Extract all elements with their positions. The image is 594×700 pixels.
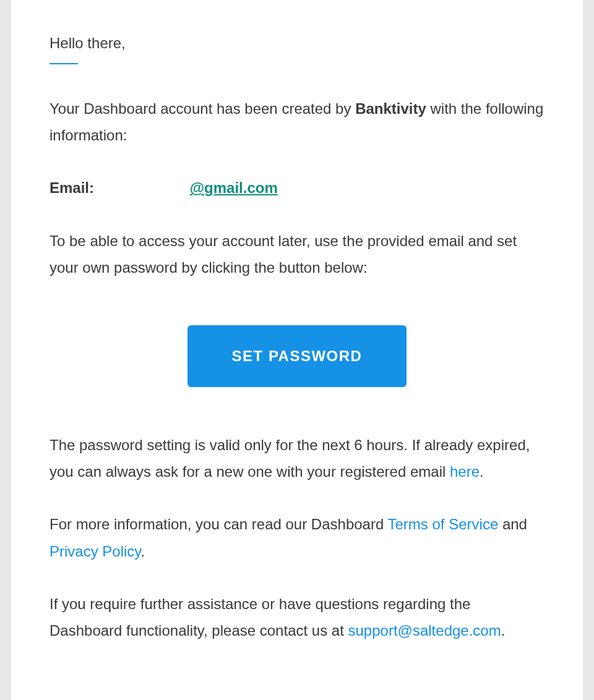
support-email-link[interactable]: support@saltedge.com bbox=[348, 622, 501, 639]
intro-before: Your Dashboard account has been created … bbox=[50, 100, 355, 117]
greeting-text: Hello there, bbox=[50, 35, 544, 52]
more-info-middle: and bbox=[498, 516, 527, 532]
more-info-before: For more information, you can read our D… bbox=[50, 516, 388, 532]
page-background: Hello there, Your Dashboard account has … bbox=[0, 0, 594, 700]
button-container: SET PASSWORD bbox=[50, 325, 544, 387]
terms-of-service-link[interactable]: Terms of Service bbox=[388, 516, 499, 532]
more-info-after: . bbox=[141, 543, 145, 560]
here-link[interactable]: here bbox=[450, 463, 480, 480]
company-name: Banktivity bbox=[355, 100, 426, 117]
expiry-after: . bbox=[480, 463, 484, 480]
email-label: Email: bbox=[50, 174, 186, 201]
expiry-paragraph: The password setting is valid only for t… bbox=[50, 432, 544, 485]
email-card: Hello there, Your Dashboard account has … bbox=[11, 0, 583, 700]
email-value-link[interactable]: @gmail.com bbox=[190, 179, 278, 196]
instructions-paragraph: To be able to access your account later,… bbox=[50, 228, 544, 281]
more-info-paragraph: For more information, you can read our D… bbox=[50, 511, 544, 564]
assistance-paragraph: If you require further assistance or hav… bbox=[50, 591, 544, 644]
set-password-button[interactable]: SET PASSWORD bbox=[187, 325, 407, 387]
greeting-underline bbox=[50, 63, 78, 64]
email-row: Email: @gmail.com bbox=[50, 174, 544, 201]
privacy-policy-link[interactable]: Privacy Policy bbox=[50, 543, 141, 560]
assistance-after: . bbox=[501, 622, 506, 639]
intro-paragraph: Your Dashboard account has been created … bbox=[50, 95, 544, 148]
